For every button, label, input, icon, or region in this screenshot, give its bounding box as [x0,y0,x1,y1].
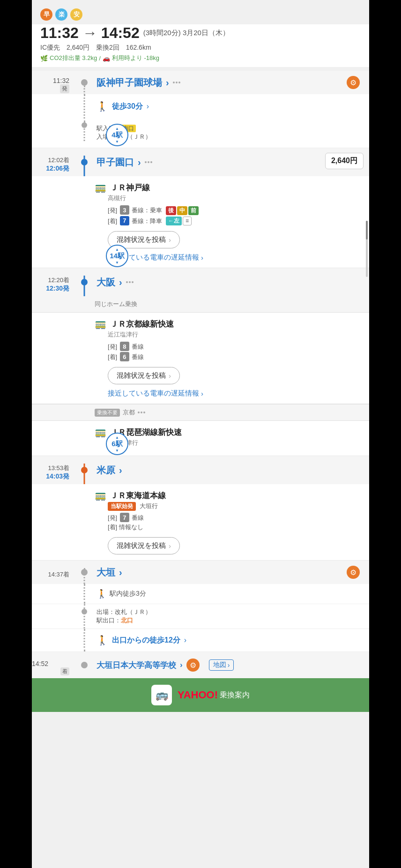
station-row-2: 12:02着 12:06発 ▲ 4駅 ▼ 甲子園口 › [32,148,369,176]
s1-arrow: › [166,77,169,88]
door-left: ←左 [166,217,182,225]
walk3-arrow: › [184,636,186,644]
s6-map-link[interactable]: 地図 › [209,659,234,671]
walk2-row: 🚶 駅内徒歩3分 [32,584,369,604]
train2-mix-btn[interactable]: 混雑状況を投稿 › [108,367,180,384]
price-tag: 2,640円 [325,153,364,169]
walk1-line [74,94,95,122]
arrive-time: 14:52 [101,24,140,42]
s1-name[interactable]: 阪神甲子園球場 › [97,76,180,89]
header-badges: 早 楽 安 [32,0,369,24]
train1-icon: 🚃 [95,182,106,193]
walk3-icon: 🚶 [97,635,108,646]
sc2-up: ▲ [115,127,119,131]
train2-arr-platform: [着] 6 番線 [108,352,361,361]
train3-dest: 近江塩津行 [108,439,361,447]
notransfer-info: 乗換不要 京都 [95,408,361,417]
walk2-icon: 🚶 [97,589,107,599]
s1-dot [81,79,88,86]
train1-delay-link[interactable]: 接近している電車の遅延情報 › [108,253,361,262]
s4-name[interactable]: 米原 › [97,464,122,477]
s1-menu[interactable] [173,82,180,83]
mix-btn-arrow4: › [169,542,171,550]
s4-dep: 14:03発 [32,472,69,481]
s3-dot [81,279,88,285]
train1-dep-platform: [発] 3 番線：乗車 後 中 前 [108,205,361,215]
s2-menu[interactable] [145,161,152,163]
sc3-dn: ▼ [115,261,119,265]
route-eco: 🌿 CO2排出量 3.2kg / 🚗 利用時より -18kg [40,54,361,62]
s5-dot [81,569,88,576]
train1-arr-platform: [着] 7 番線：降車 ←左 ≡ [108,216,361,226]
s5-gear-icon[interactable]: ⚙ [347,566,360,579]
train2-dep-pb: 8 [120,342,129,351]
train4-mix-btn[interactable]: 混雑状況を投稿 › [108,537,180,554]
mix-btn-arrow1: › [169,236,171,244]
scrollbar[interactable] [366,221,368,277]
map-link-arrow: › [228,661,230,669]
footer-logo: 🚌 [151,685,172,705]
time-arrow: → [82,24,97,42]
scrollbar-thumb[interactable] [366,221,368,239]
s6-name[interactable]: 大垣日本大学高等学校 › [97,660,183,671]
route-meta: IC優先 2,640円 乗換2回 162.6km [40,44,361,52]
s3-name[interactable]: 大阪 › [97,276,134,289]
footer-text: YAHOO! 乗換案内 [178,689,250,701]
s5-name[interactable]: 大垣 › [97,566,122,579]
mix-btn-arrow2: › [169,372,171,380]
s1-gear-icon[interactable]: ⚙ [347,76,360,89]
door-right: ≡ [183,217,192,225]
s2-stations-circle: ▲ 4駅 ▼ [106,124,128,146]
s3-menu[interactable] [126,281,134,283]
s6-info: 大垣日本大学高等学校 › ⚙ 地図 › [95,655,369,675]
train3-segment: 🚃 ＪＲ琵琶湖線新快速 近江塩津行 [32,421,369,456]
s2-name[interactable]: 甲子園口 › [97,156,152,169]
station-row-2-wrapper: 2,640円 12:02着 12:06発 ▲ 4駅 ▼ [32,148,369,268]
station-row-3-wrapper: 12:20着 12:30発 ▲ 14駅 ▼ 大阪 › [32,268,369,456]
cb-back: 後 [166,206,176,215]
s5-arrow: › [119,567,122,578]
train4-dest-row: 当駅始発 大垣行 [108,502,361,511]
train2-dep-platform: [発] 8 番線 [108,342,361,351]
s6-gear-icon[interactable]: ⚙ [186,658,200,672]
walk1-text[interactable]: 徒歩30分 [112,102,143,112]
timeline: 11:32 発 阪神甲子園球場 › ⚙ [32,71,369,678]
cb-front: 前 [188,206,199,215]
s2-line: ▲ 4駅 ▼ [74,148,95,176]
walk3-text[interactable]: 出口からの徒歩12分 [112,636,180,645]
s1-info: 阪神甲子園球場 › ⚙ [95,72,369,93]
footer-logo-icon: 🚌 [156,689,168,701]
s2-time: 12:02着 12:06発 [32,151,74,173]
s4-line: ▲ 6駅 ▼ [74,456,95,484]
walk1-icon: 🚶 [97,101,108,112]
s5-line [74,561,95,584]
station-row-5-wrapper: 14:37着 大垣 › ⚙ [32,561,369,652]
s4-arrow: › [119,465,122,476]
walk3-row: 🚶 出口からの徒歩12分 › [32,629,369,652]
s3-dep: 12:30発 [32,284,69,293]
train1-segment: 🚃 ＪＲ神戸線 高槻行 [発] 3 番線：乗車 後 中 前 [着] 7 [32,176,369,268]
s3-arr: 12:20着 [32,276,69,284]
train4-special: 当駅始発 [108,502,136,511]
station-row-3: 12:20着 12:30発 ▲ 14駅 ▼ 大阪 › [32,268,369,296]
train3-icon: 🚃 [95,427,106,438]
train2-delay-link[interactable]: 接近している電車の遅延情報 › [108,389,361,398]
mid-dot-1 [82,122,87,128]
s6-arrow: › [180,660,183,670]
s1-line-below [84,86,85,95]
s1-dep-time: 11:32 [32,77,69,84]
s6-arr-label: 着 [60,667,69,675]
train3-name-row: 🚃 ＪＲ琵琶湖線新快速 [95,427,361,438]
s3-arrow: › [119,277,122,288]
station-row-4-wrapper: 13:53着 14:03発 ▲ 6駅 ▼ 米原 › [32,456,369,561]
s3-stations-circle: ▲ 14駅 ▼ [106,245,128,267]
train4-icon: 🚃 [95,490,106,501]
footer-sub: 乗換案内 [220,690,250,700]
route-duration: (3時間20分) 3月20日（木） [143,29,230,37]
s5-arr: 14:37着 [32,570,69,579]
walk1-content: 🚶 徒歩30分 › [95,94,149,119]
s4-dot [81,467,88,473]
sc4-count: 6駅 [111,440,122,449]
sc2-count: 4駅 [111,131,122,140]
kyoto-menu[interactable] [138,412,145,413]
